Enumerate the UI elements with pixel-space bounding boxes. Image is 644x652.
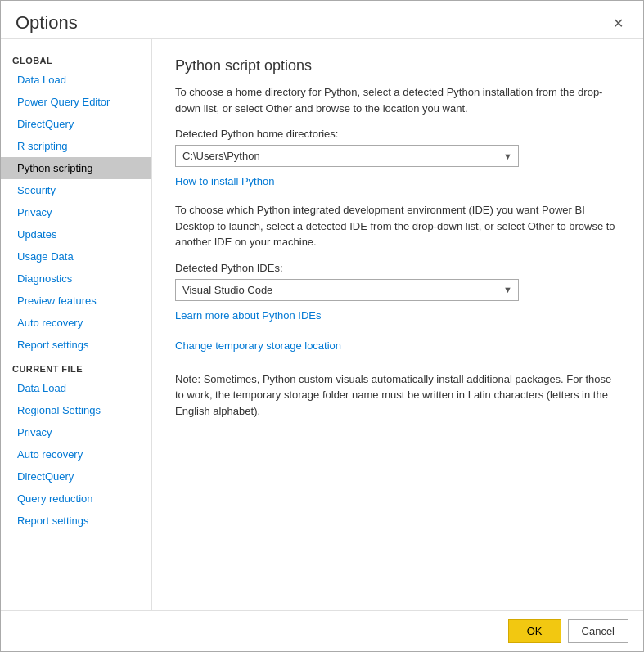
ide-dropdown[interactable]: Visual Studio Code Other: [175, 279, 519, 301]
ide-dropdown-wrapper: Visual Studio Code Other ▼: [175, 279, 519, 301]
ok-button[interactable]: OK: [508, 619, 561, 643]
sidebar-item-power-query[interactable]: Power Query Editor: [1, 91, 151, 113]
sidebar-item-auto-recovery-cf[interactable]: Auto recovery: [1, 443, 151, 465]
description-2: To choose which Python integrated develo…: [175, 202, 620, 250]
options-dialog: Options ✕ GLOBAL Data Load Power Query E…: [0, 0, 644, 652]
sidebar-item-regional-settings[interactable]: Regional Settings: [1, 399, 151, 421]
ide-label: Detected Python IDEs:: [175, 262, 620, 274]
sidebar-item-privacy[interactable]: Privacy: [1, 201, 151, 223]
how-to-install-link[interactable]: How to install Python: [175, 175, 274, 187]
main-content: Python script options To choose a home d…: [152, 39, 643, 610]
close-button[interactable]: ✕: [608, 14, 628, 33]
sidebar-item-directquery[interactable]: DirectQuery: [1, 113, 151, 135]
home-dir-dropdown-wrapper: C:\Users\Python Other ▼: [175, 145, 519, 167]
cancel-button[interactable]: Cancel: [568, 619, 628, 643]
home-dir-label: Detected Python home directories:: [175, 128, 620, 140]
sidebar-item-auto-recovery-global[interactable]: Auto recovery: [1, 312, 151, 334]
sidebar-item-updates[interactable]: Updates: [1, 223, 151, 245]
change-storage-link[interactable]: Change temporary storage location: [175, 339, 341, 352]
global-section-label: GLOBAL: [1, 47, 151, 69]
dialog-title: Options: [16, 12, 78, 34]
sidebar-item-security[interactable]: Security: [1, 179, 151, 201]
dialog-titlebar: Options ✕: [1, 1, 643, 38]
page-title: Python script options: [175, 57, 620, 74]
current-file-section-label: CURRENT FILE: [1, 356, 151, 377]
dialog-body: GLOBAL Data Load Power Query Editor Dire…: [1, 38, 643, 610]
sidebar-item-usage-data[interactable]: Usage Data: [1, 245, 151, 268]
dialog-footer: OK Cancel: [1, 610, 643, 651]
home-dir-dropdown[interactable]: C:\Users\Python Other: [175, 145, 519, 167]
sidebar-item-report-settings-global[interactable]: Report settings: [1, 334, 151, 356]
learn-more-link[interactable]: Learn more about Python IDEs: [175, 309, 322, 322]
sidebar-item-data-load-cf[interactable]: Data Load: [1, 377, 151, 399]
sidebar-item-python-scripting[interactable]: Python scripting: [1, 157, 151, 179]
note-text: Note: Sometimes, Python custom visuals a…: [175, 371, 620, 420]
sidebar-item-directquery-cf[interactable]: DirectQuery: [1, 465, 151, 488]
sidebar-item-data-load[interactable]: Data Load: [1, 69, 151, 91]
sidebar-item-preview-features[interactable]: Preview features: [1, 290, 151, 312]
storage-section: Change temporary storage location Note: …: [175, 339, 620, 420]
description-1: To choose a home directory for Python, s…: [175, 84, 620, 116]
sidebar-item-diagnostics[interactable]: Diagnostics: [1, 268, 151, 290]
sidebar-item-privacy-cf[interactable]: Privacy: [1, 421, 151, 443]
sidebar-item-query-reduction[interactable]: Query reduction: [1, 488, 151, 510]
sidebar: GLOBAL Data Load Power Query Editor Dire…: [1, 39, 152, 610]
sidebar-item-r-scripting[interactable]: R scripting: [1, 135, 151, 157]
sidebar-item-report-settings-cf[interactable]: Report settings: [1, 510, 151, 532]
